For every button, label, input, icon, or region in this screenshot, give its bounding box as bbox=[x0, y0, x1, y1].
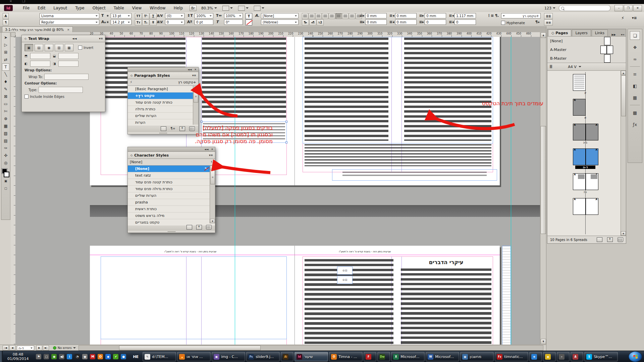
contour-type-dropdown[interactable] bbox=[39, 87, 83, 93]
taskbar-clock[interactable]: 08:48 01/09/2014 bbox=[3, 352, 33, 361]
align-button-0[interactable] bbox=[302, 13, 308, 19]
style-row[interactable]: text ratz bbox=[128, 172, 215, 179]
style-row[interactable]: כותרת ראשית bbox=[128, 206, 215, 213]
right-offset-field[interactable] bbox=[58, 61, 78, 67]
gradient-feather-tool[interactable]: ▨ bbox=[2, 130, 9, 137]
page-thumbnail[interactable]: A bbox=[573, 99, 586, 116]
align-button-7[interactable] bbox=[349, 13, 355, 19]
panel-menu-icon[interactable]: ▾≡ bbox=[97, 37, 105, 40]
character-formatting-button[interactable]: A bbox=[3, 13, 9, 19]
next-page-button[interactable]: ▶ bbox=[36, 345, 42, 351]
tab-layers[interactable]: Layers bbox=[572, 29, 591, 36]
leading-stepper[interactable] bbox=[107, 19, 110, 25]
first-page-button[interactable]: |◀ bbox=[3, 345, 9, 351]
font-size-stepper[interactable] bbox=[107, 13, 110, 18]
character-style-combo[interactable]: [None] bbox=[261, 13, 299, 18]
view-options-dropdown[interactable] bbox=[222, 6, 233, 11]
style-row[interactable]: [None]✎ bbox=[128, 166, 215, 172]
bottom-spread[interactable]: שביעית בזמן הזה - בשבת קודש פ' ראה ה'תשע… bbox=[90, 246, 500, 345]
fill-color-swatch[interactable]: T bbox=[246, 13, 252, 19]
bridge-button[interactable]: Br bbox=[190, 5, 197, 11]
tray-adobe-m-icon[interactable]: M bbox=[90, 354, 95, 359]
menu-file[interactable]: File bbox=[19, 5, 34, 11]
panel-menu-icon[interactable]: ▾≡ bbox=[207, 154, 215, 157]
page-thumbnail[interactable]: A bbox=[586, 198, 598, 215]
ltr-direction-button[interactable]: ¶▸ bbox=[302, 19, 309, 25]
stroke-panel-icon[interactable]: ≡ bbox=[630, 70, 640, 78]
digits-type-button[interactable]: ١2 bbox=[317, 19, 324, 25]
all-caps-button[interactable]: TT bbox=[135, 13, 142, 19]
page-tool[interactable]: ⊞ bbox=[2, 49, 9, 56]
row1-field-2[interactable]: 0 mm bbox=[425, 13, 446, 18]
text-column[interactable] bbox=[401, 268, 491, 345]
panel-menu-icon[interactable]: ▾≡ bbox=[632, 15, 637, 21]
page-thumbnail[interactable]: A bbox=[573, 124, 586, 140]
gap-tool[interactable]: ⇄ bbox=[2, 56, 9, 63]
tray-orange-o-icon[interactable]: O bbox=[98, 354, 103, 359]
style-row[interactable]: כותרת קטנה פנים עמוד bbox=[128, 179, 215, 186]
subscript-button[interactable]: T₁ bbox=[142, 19, 149, 25]
scroll-down-arrow[interactable]: ▼ bbox=[541, 339, 546, 344]
row1-field-3[interactable]: 1.117 mm bbox=[454, 13, 476, 18]
align-button-3[interactable] bbox=[322, 13, 328, 19]
taskbar-button-red-f[interactable]: F bbox=[364, 352, 376, 361]
style-row[interactable]: טקסט בסוגריים bbox=[128, 219, 215, 226]
style-row[interactable]: הערות שוליים bbox=[128, 192, 215, 199]
close-button[interactable]: ✕ bbox=[633, 5, 642, 11]
menu-layout[interactable]: Layout bbox=[49, 5, 71, 11]
wrap-bounding-box-button[interactable]: ▤ bbox=[35, 44, 43, 51]
last-page-button[interactable]: ▶| bbox=[43, 345, 49, 351]
color-panel-icon[interactable]: ◧ bbox=[630, 81, 640, 90]
taskbar-button-access[interactable]: A bbox=[571, 352, 583, 361]
tray-shield-icon[interactable]: ✔ bbox=[113, 354, 118, 359]
text-column[interactable] bbox=[202, 38, 286, 120]
underline-button[interactable]: T bbox=[150, 13, 157, 19]
gradient-panel-icon[interactable]: ▩ bbox=[630, 108, 640, 117]
panel-collapse-icon[interactable]: ◄◄ bbox=[70, 37, 79, 40]
taskbar-button-chrome[interactable]: ◉ bbox=[543, 352, 556, 361]
delete-page-button[interactable] bbox=[618, 237, 623, 242]
style-row[interactable]: כותרת גדולה bbox=[128, 106, 198, 113]
style-row[interactable]: כותרת גדולה פנים עמוד bbox=[128, 186, 215, 192]
page-label[interactable]: ו-ז bbox=[575, 190, 595, 194]
menu-object[interactable]: Object bbox=[89, 5, 110, 11]
skew-field[interactable]: 0° bbox=[224, 19, 243, 25]
taskbar-button-illustrator[interactable]: Ai bbox=[281, 352, 293, 361]
stroke-color-swatch[interactable] bbox=[246, 19, 252, 25]
tray-messenger-icon[interactable]: ● bbox=[121, 354, 126, 359]
page-label[interactable]: ד-ה bbox=[575, 166, 595, 169]
page-thumbnail[interactable]: A bbox=[586, 148, 598, 165]
new-page-button[interactable] bbox=[607, 237, 613, 242]
vertical-guide-cyan[interactable] bbox=[511, 37, 511, 345]
start-button[interactable] bbox=[629, 351, 642, 362]
page-size-label[interactable]: A4 V bbox=[568, 65, 577, 69]
zoom-tool[interactable]: ◎ bbox=[2, 159, 9, 167]
pages-scrollbar[interactable]: ▲ ▼ bbox=[621, 71, 626, 236]
taskbar-button-indesign[interactable]: Idשיעור bbox=[294, 352, 328, 361]
taskbar-button-skype[interactable]: S...™Skype bbox=[584, 352, 618, 361]
include-inside-edges-checkbox[interactable] bbox=[24, 95, 29, 99]
taskbar-button-orange-o[interactable]: O... - Timna bbox=[329, 352, 363, 361]
vertical-ruler[interactable] bbox=[11, 37, 16, 345]
list-scrollbar[interactable]: ≡ bbox=[193, 86, 198, 125]
page-label[interactable]: א bbox=[575, 116, 595, 119]
style-override-icon[interactable]: ⚡ bbox=[130, 80, 132, 84]
align-button-4[interactable] bbox=[329, 13, 335, 19]
page-label[interactable]: ב-ג bbox=[575, 141, 595, 144]
taskbar-button-excel[interactable]: X...Microsof bbox=[391, 352, 425, 361]
menu-table[interactable]: Table bbox=[110, 5, 128, 11]
tray-timer-icon[interactable]: ◔ bbox=[74, 354, 80, 359]
caption-frame[interactable] bbox=[332, 169, 497, 181]
hyphenate-checkbox[interactable] bbox=[501, 21, 505, 25]
minimize-button[interactable]: – bbox=[614, 5, 623, 11]
wrap-to-dropdown[interactable] bbox=[44, 74, 89, 80]
align-button-5[interactable] bbox=[335, 13, 342, 19]
no-wrap-button[interactable]: ▣ bbox=[24, 44, 33, 51]
tracking-combo[interactable]: 0 bbox=[165, 19, 184, 25]
page-label[interactable]: יג bbox=[575, 91, 595, 95]
row2-field-3[interactable]: 0 bbox=[454, 19, 476, 25]
style-group-icon[interactable] bbox=[186, 225, 192, 230]
top-offset-field[interactable] bbox=[30, 53, 50, 59]
ruler-origin-box[interactable] bbox=[11, 32, 15, 37]
taskbar-button-filezilla[interactable]: Fz...timnatic bbox=[495, 352, 528, 361]
